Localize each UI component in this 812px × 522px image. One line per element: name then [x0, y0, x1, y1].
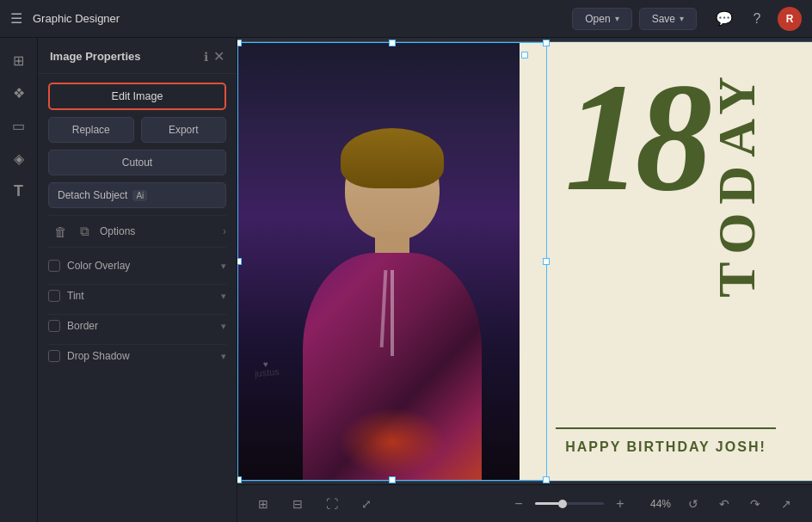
tint-row[interactable]: Tint ▾ — [48, 284, 226, 307]
replace-button[interactable]: Replace — [48, 117, 134, 143]
save-chevron-icon: ▾ — [680, 14, 684, 23]
info-icon[interactable]: ℹ — [204, 50, 208, 64]
drop-shadow-row[interactable]: Drop Shadow ▾ — [48, 344, 226, 367]
save-button[interactable]: Save ▾ — [639, 8, 697, 30]
border-chevron-icon[interactable]: ▾ — [221, 321, 226, 332]
layers-tool-icon[interactable]: ❖ — [5, 79, 33, 107]
tint-label: Tint — [67, 290, 214, 302]
person-silhouette — [280, 120, 504, 481]
detach-subject-button[interactable]: Detach Subject Ai — [48, 182, 226, 208]
photo-bg: justus ♥ — [237, 42, 547, 481]
design-card[interactable]: justus ♥ — [237, 42, 812, 481]
drop-shadow-chevron-icon[interactable]: ▾ — [221, 351, 226, 362]
edit-image-button[interactable]: Edit Image — [48, 83, 226, 110]
birthday-text: HAPPY BIRTHDAY JOSH! — [565, 439, 766, 455]
drop-shadow-checkbox[interactable] — [48, 350, 60, 362]
menu-icon[interactable]: ☰ — [10, 10, 22, 27]
grid-tool-icon[interactable]: ⊞ — [5, 46, 33, 74]
panel-title: Image Properties — [50, 50, 199, 63]
big-number: 18 — [565, 68, 706, 207]
canvas-area: justus ♥ — [237, 38, 812, 522]
tint-checkbox[interactable] — [48, 290, 60, 302]
color-overlay-checkbox[interactable] — [48, 260, 60, 272]
properties-panel: Image Properties ℹ ✕ Edit Image Replace … — [38, 38, 237, 522]
zoom-slider-thumb[interactable] — [558, 500, 567, 508]
open-chevron-icon: ▾ — [615, 14, 619, 23]
layers-bottom-icon[interactable]: ⊞ — [251, 492, 275, 516]
share-icon[interactable]: ↗ — [774, 492, 798, 516]
options-label: Options — [100, 225, 223, 237]
resize-icon[interactable]: ⤢ — [354, 492, 378, 516]
color-overlay-label: Color Overlay — [67, 260, 214, 272]
shape-tool-icon[interactable]: ◈ — [5, 144, 33, 172]
zoom-percent: 44% — [640, 498, 671, 510]
ai-badge: Ai — [132, 190, 147, 201]
fit-icon[interactable]: ⛶ — [320, 492, 344, 516]
help-icon[interactable]: ? — [745, 7, 769, 31]
options-row: 🗑 ⧉ Options › — [48, 215, 226, 248]
layers-icon[interactable]: ⧉ — [72, 219, 96, 243]
divider-line — [556, 427, 776, 429]
border-row[interactable]: Border ▾ — [48, 314, 226, 337]
close-icon[interactable]: ✕ — [213, 48, 225, 64]
bottom-toolbar: ⊞ ⊟ ⛶ ⤢ − + 44% ↺ ↶ ↷ ↗ — [237, 484, 812, 522]
text-section: 18 TODAY HAPPY BIRTHDAY JOSH! — [520, 42, 812, 481]
canvas-content[interactable]: justus ♥ — [237, 38, 812, 484]
trash-icon[interactable]: 🗑 — [48, 219, 72, 243]
text-tool-icon[interactable]: T — [5, 177, 33, 205]
cutout-button[interactable]: Cutout — [48, 150, 226, 175]
message-icon[interactable]: 💬 — [712, 7, 736, 31]
zoom-plus-button[interactable]: + — [611, 494, 630, 513]
avatar[interactable]: R — [778, 7, 802, 31]
open-button[interactable]: Open ▾ — [572, 8, 631, 30]
today-text: TODAY — [706, 68, 767, 298]
undo-icon[interactable]: ↶ — [712, 492, 736, 516]
border-label: Border — [67, 320, 214, 332]
border-checkbox[interactable] — [48, 320, 60, 332]
grid-bottom-icon[interactable]: ⊟ — [286, 492, 310, 516]
app-title: Graphic Designer — [33, 12, 565, 25]
element-tool-icon[interactable]: ▭ — [5, 112, 33, 139]
bottom-right-buttons: ↺ ↶ ↷ ↗ — [681, 492, 798, 516]
number-today-wrapper: 18 TODAY — [528, 59, 803, 427]
color-overlay-chevron-icon[interactable]: ▾ — [221, 261, 226, 272]
drop-shadow-label: Drop Shadow — [67, 350, 214, 362]
rotate-back-icon[interactable]: ↺ — [681, 492, 705, 516]
zoom-minus-button[interactable]: − — [509, 494, 528, 513]
export-button[interactable]: Export — [141, 117, 227, 143]
zoom-slider[interactable] — [535, 502, 604, 505]
redo-icon[interactable]: ↷ — [743, 492, 767, 516]
photo-section: justus ♥ — [237, 42, 547, 481]
options-chevron-icon[interactable]: › — [223, 225, 226, 237]
tint-chevron-icon[interactable]: ▾ — [221, 291, 226, 302]
left-toolbar: ⊞ ❖ ▭ ◈ T — [0, 38, 38, 522]
color-overlay-row[interactable]: Color Overlay ▾ — [48, 255, 226, 277]
zoom-control: − + — [509, 494, 630, 513]
